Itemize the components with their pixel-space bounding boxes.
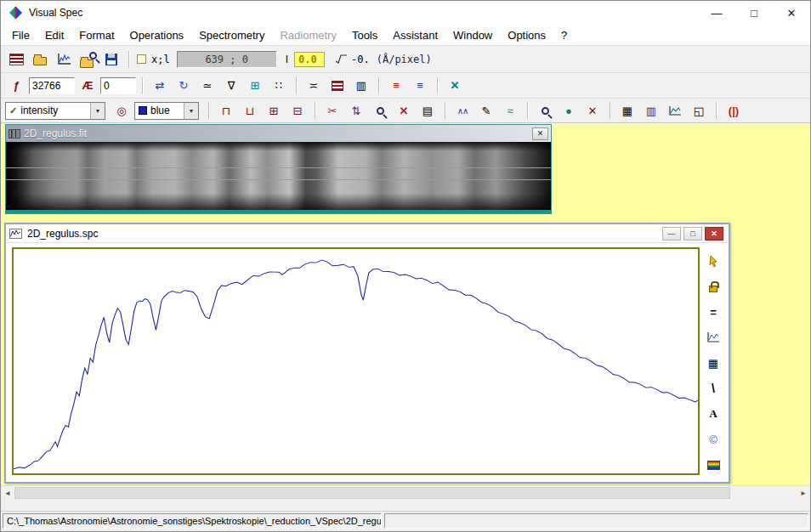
align-button[interactable]: ≍	[303, 76, 325, 96]
scrollbar-thumb[interactable]	[14, 487, 730, 499]
horizontal-scrollbar[interactable]: ◄ ►	[1, 485, 810, 499]
cross-button[interactable]: ✕	[581, 100, 604, 121]
window-controls: — □ ✕	[698, 1, 810, 25]
coordinate-display: 639 ; 0	[177, 51, 277, 68]
line-tool[interactable]: \	[704, 380, 723, 397]
maximize-button[interactable]: □	[735, 1, 773, 25]
bin-button[interactable]: ⊟	[286, 100, 309, 121]
delete-button[interactable]: ✕	[393, 100, 415, 121]
columns-button[interactable]: ▥	[350, 76, 372, 96]
flux-min-icon[interactable]: Æ	[77, 76, 99, 96]
mini-chart-button[interactable]	[664, 100, 686, 121]
stripes-button[interactable]: ≡	[385, 76, 407, 96]
coords-checkbox[interactable]	[137, 54, 146, 64]
spc-content: = ▦ \ A ©	[6, 243, 729, 482]
gaussian-fit-button[interactable]: ∧∧	[451, 100, 474, 121]
separator	[527, 102, 528, 119]
pointer-tool[interactable]	[704, 252, 723, 269]
copyright-tool[interactable]: ©	[704, 431, 723, 448]
menu-help[interactable]: ?	[553, 26, 575, 44]
close-button[interactable]: ✕	[773, 1, 810, 25]
display-spectra-button[interactable]	[5, 49, 27, 70]
fit-close-button[interactable]: ✕	[532, 127, 548, 140]
tilt-button[interactable]: ≃	[196, 76, 218, 96]
spc-window-controls: — □ ✕	[662, 227, 725, 241]
resample-button[interactable]: ⊞	[263, 100, 285, 121]
smooth-button[interactable]: ≈	[499, 100, 521, 121]
crop-zone-button[interactable]: ✂	[321, 100, 343, 121]
save-button[interactable]	[100, 49, 122, 70]
spc-maximize-button[interactable]: □	[683, 227, 702, 241]
pencil-button[interactable]: ✎	[475, 100, 497, 121]
droplet-button[interactable]: ●	[558, 100, 580, 121]
series-selector[interactable]: ✓ intensity ▼	[5, 102, 105, 120]
menu-edit[interactable]: Edit	[37, 26, 71, 44]
min-intensity-field[interactable]	[100, 77, 136, 94]
status-file-path: C:\_Thomas\Astronomie\Astronomie_sonstig…	[3, 513, 382, 529]
mirror-button[interactable]: ⇄	[149, 76, 171, 96]
striped-flag-icon	[332, 81, 343, 91]
menu-spectrometry[interactable]: Spectrometry	[191, 26, 272, 44]
menu-options[interactable]: Options	[500, 26, 553, 44]
chevron-down-icon[interactable]: ▼	[184, 103, 198, 119]
open-file-button[interactable]	[29, 49, 51, 70]
open-image-button[interactable]	[77, 49, 99, 70]
menu-file[interactable]: File	[4, 26, 37, 44]
shift-button[interactable]: ⇅	[345, 100, 367, 121]
save-floppy-icon	[105, 54, 117, 65]
display-profile-button[interactable]	[53, 49, 75, 70]
heliocentric-button[interactable]: ▥	[640, 100, 662, 121]
color-selector[interactable]: blue ▼	[134, 102, 199, 120]
dot-grid-button[interactable]: ∷	[268, 76, 290, 96]
max-intensity-field[interactable]	[29, 77, 75, 94]
spc-close-button[interactable]: ✕	[705, 227, 723, 241]
scroll-right-arrow[interactable]: ►	[797, 486, 810, 499]
separator	[208, 102, 209, 119]
registration-button[interactable]	[326, 76, 349, 96]
menu-assistant[interactable]: Assistant	[385, 26, 445, 44]
zoom-detail-button[interactable]	[534, 100, 556, 121]
menu-radiometry: Radiometry	[272, 26, 343, 44]
intensity-value: 0.0	[294, 52, 325, 67]
minimize-button[interactable]: —	[698, 1, 735, 25]
series-properties-button[interactable]: ◎	[111, 100, 133, 121]
menu-tools[interactable]: Tools	[344, 26, 385, 44]
chevron-down-icon[interactable]: ▼	[90, 103, 105, 119]
menubar: File Edit Format Operations Spectrometry…	[1, 25, 810, 45]
separator	[128, 51, 129, 68]
text-tool[interactable]: A	[704, 405, 723, 422]
spectrum-plot[interactable]	[12, 247, 700, 475]
color-selected-value: blue	[150, 105, 170, 116]
chart-tool[interactable]	[704, 329, 723, 346]
edit-button[interactable]: ▤	[417, 100, 439, 121]
undersample-button[interactable]: ⊓	[215, 100, 237, 121]
spc-titlebar[interactable]: 2D_regulus.spc — □ ✕	[6, 224, 729, 243]
fit-image[interactable]	[6, 142, 551, 213]
rotate-button[interactable]: ↻	[173, 76, 195, 96]
flux-max-icon[interactable]: ƒ	[5, 76, 27, 96]
fit-titlebar[interactable]: 2D_regulus.fit ✕	[6, 125, 551, 142]
mdi-area: 2D_regulus.fit ✕ 2D_regulus.spc — □ ✕	[1, 123, 810, 499]
menu-operations[interactable]: Operations	[122, 26, 192, 44]
separator	[142, 77, 143, 94]
fit-window-icon	[9, 129, 20, 139]
remove-pixels-button[interactable]: ✕	[444, 76, 466, 96]
colored-profile-button[interactable]: (|)	[723, 100, 745, 121]
menu-window[interactable]: Window	[445, 26, 500, 44]
sky-gradient-button[interactable]: ∇	[220, 76, 242, 96]
binning-zone[interactable]	[6, 167, 551, 179]
spc-minimize-button[interactable]: —	[662, 227, 681, 241]
table-button[interactable]: ▦	[616, 100, 638, 121]
zoom-button[interactable]	[369, 100, 391, 121]
rainbow-tool[interactable]	[704, 456, 723, 473]
crop-button[interactable]: ◱	[688, 100, 710, 121]
lock-tool[interactable]	[704, 278, 723, 295]
titlebar[interactable]: Visual Spec — □ ✕	[1, 1, 810, 25]
add-frame-button[interactable]: ⊞	[244, 76, 266, 96]
oversample-button[interactable]: ⊔	[239, 100, 261, 121]
grid-tool[interactable]: ▦	[704, 354, 723, 371]
menu-format[interactable]: Format	[71, 26, 122, 44]
double-lines-button[interactable]: ≡	[409, 76, 431, 96]
scroll-left-arrow[interactable]: ◄	[1, 486, 14, 499]
equals-tool[interactable]: =	[704, 303, 723, 320]
